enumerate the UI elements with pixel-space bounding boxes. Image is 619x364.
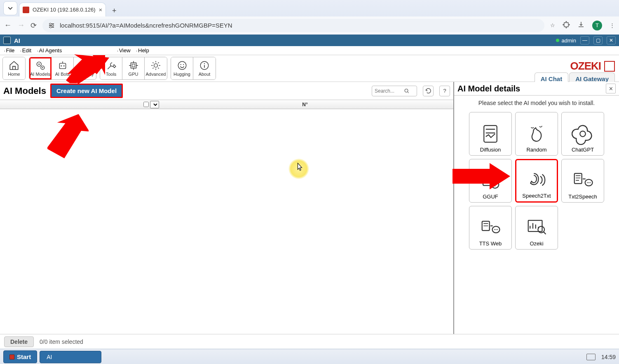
taskbar-item-ai[interactable]: AI xyxy=(40,351,101,363)
filter-dropdown[interactable] xyxy=(150,101,159,108)
current-user: admin xyxy=(562,37,576,44)
profile-button[interactable]: T xyxy=(592,21,602,30)
url-field[interactable]: localhost:9515/AI/?a=AIModels&ncrefreshG… xyxy=(42,19,544,32)
gpu-chip-icon xyxy=(128,60,139,71)
grid-body xyxy=(0,109,453,334)
menu-ai-agents[interactable]: AI Agents xyxy=(37,47,62,54)
os-taskbar: Start AI 14:59 xyxy=(0,349,619,364)
toolbar-ai-models[interactable]: AI Models xyxy=(29,57,52,79)
download-icon xyxy=(577,21,585,28)
refresh-icon xyxy=(425,88,431,94)
toolbar-hugging[interactable]: Hugging xyxy=(171,57,193,79)
close-tab-button[interactable]: × xyxy=(98,6,102,13)
delete-button[interactable]: Delete xyxy=(4,336,34,347)
site-settings-icon[interactable] xyxy=(48,22,55,29)
svg-point-30 xyxy=(580,131,586,137)
create-model-button[interactable]: Create new AI Model xyxy=(50,84,123,98)
svg-marker-45 xyxy=(453,163,510,189)
svg-point-4 xyxy=(52,25,54,26)
keyboard-icon[interactable] xyxy=(586,354,596,360)
list-footer: Delete 0/0 item selected xyxy=(0,334,619,349)
svg-point-35 xyxy=(587,182,588,183)
app-window-title: AI xyxy=(14,37,20,44)
search-input[interactable] xyxy=(372,86,417,96)
menu-edit[interactable]: Edit xyxy=(20,47,31,54)
help-button[interactable]: ? xyxy=(439,86,450,96)
browser-menu-button[interactable]: ⋮ xyxy=(610,22,615,28)
svg-rect-14 xyxy=(131,63,136,68)
maximize-button[interactable]: ▢ xyxy=(593,36,603,44)
gears-icon xyxy=(35,60,46,71)
svg-point-41 xyxy=(495,229,496,230)
select-all-checkbox[interactable] xyxy=(143,102,149,107)
model-speech2txt[interactable]: Speech2Txt xyxy=(515,159,558,203)
start-button[interactable]: Start xyxy=(3,350,37,363)
forward-button[interactable]: → xyxy=(17,21,25,30)
model-details-pane: AI Model details ✕ Please select the AI … xyxy=(454,82,619,334)
search-icon xyxy=(404,89,409,93)
model-tts-web[interactable]: TTS Web xyxy=(469,206,512,250)
svg-point-18 xyxy=(180,64,181,65)
gear-icon xyxy=(150,60,161,71)
favicon-icon xyxy=(23,7,29,13)
svg-point-27 xyxy=(405,89,408,92)
clock: 14:59 xyxy=(601,354,616,360)
new-tab-button[interactable]: + xyxy=(108,5,120,16)
reload-button[interactable]: ⟳ xyxy=(30,21,37,30)
toolbar: Home AI Models AI Bots Gateway Tools GPU… xyxy=(0,55,619,82)
info-icon xyxy=(199,60,210,71)
url-text: localhost:9515/AI/?a=AIModels&ncrefreshG… xyxy=(60,22,232,29)
downloads-button[interactable] xyxy=(577,21,585,30)
svg-rect-15 xyxy=(132,64,135,67)
chevron-down-icon xyxy=(8,6,13,11)
svg-marker-28 xyxy=(47,113,89,160)
toolbar-home[interactable]: Home xyxy=(3,57,25,79)
refresh-button[interactable] xyxy=(423,86,434,96)
tab-title: OZEKI 10 (192.168.0.126) xyxy=(33,7,95,13)
openai-icon xyxy=(572,123,594,145)
model-chatgpt[interactable]: ChatGPT xyxy=(561,112,604,156)
models-list-pane: AI Models Create new AI Model ? N° xyxy=(0,82,454,334)
logo-mark-icon xyxy=(604,61,615,72)
bookmark-button[interactable]: ☆ xyxy=(550,22,555,28)
svg-point-11 xyxy=(61,65,62,67)
diffusion-icon xyxy=(479,123,502,145)
details-title: AI Model details xyxy=(457,84,520,93)
svg-point-16 xyxy=(154,64,158,68)
svg-marker-25 xyxy=(72,55,105,84)
toolbar-gpu[interactable]: GPU xyxy=(122,57,145,79)
random-icon xyxy=(525,123,548,145)
details-message: Please select the AI model you wish to i… xyxy=(454,96,619,110)
svg-point-7 xyxy=(38,63,40,65)
tutorial-arrow-icon xyxy=(64,55,109,84)
browser-address-bar: ← → ⟳ localhost:9515/AI/?a=AIModels&ncre… xyxy=(0,16,619,35)
model-ozeki[interactable]: Ozeki xyxy=(515,206,558,250)
model-diffusion[interactable]: Diffusion xyxy=(469,112,512,156)
svg-point-17 xyxy=(178,61,186,70)
close-button[interactable]: ✕ xyxy=(607,36,616,44)
toolbar-about[interactable]: About xyxy=(193,57,216,79)
menu-file[interactable]: File xyxy=(4,47,14,54)
tab-search-dropdown[interactable] xyxy=(3,1,17,15)
toolbar-advanced[interactable]: Advanced xyxy=(145,57,167,79)
back-button[interactable]: ← xyxy=(4,21,12,30)
status-indicator-icon xyxy=(556,39,559,42)
svg-point-5 xyxy=(50,26,52,28)
extensions-button[interactable] xyxy=(563,21,570,30)
model-txt2speech[interactable]: Txt2Speech xyxy=(561,159,604,203)
close-details-button[interactable]: ✕ xyxy=(606,84,616,93)
svg-point-42 xyxy=(497,229,498,230)
svg-rect-33 xyxy=(574,173,582,184)
system-tray: 14:59 xyxy=(586,354,616,360)
browser-tab[interactable]: OZEKI 10 (192.168.0.126) × xyxy=(19,2,106,16)
menu-view[interactable]: View xyxy=(117,47,130,54)
ozeki-analytics-icon xyxy=(525,217,548,239)
svg-point-9 xyxy=(42,67,43,68)
column-number[interactable]: N° xyxy=(159,102,451,107)
menu-help[interactable]: Help xyxy=(136,47,149,54)
model-random[interactable]: Random xyxy=(515,112,558,156)
menu-bar: File Edit AI Agents View Help xyxy=(0,46,619,55)
search-field[interactable] xyxy=(375,88,404,94)
minimize-button[interactable]: — xyxy=(580,36,589,44)
speech-to-text-icon xyxy=(525,169,548,191)
